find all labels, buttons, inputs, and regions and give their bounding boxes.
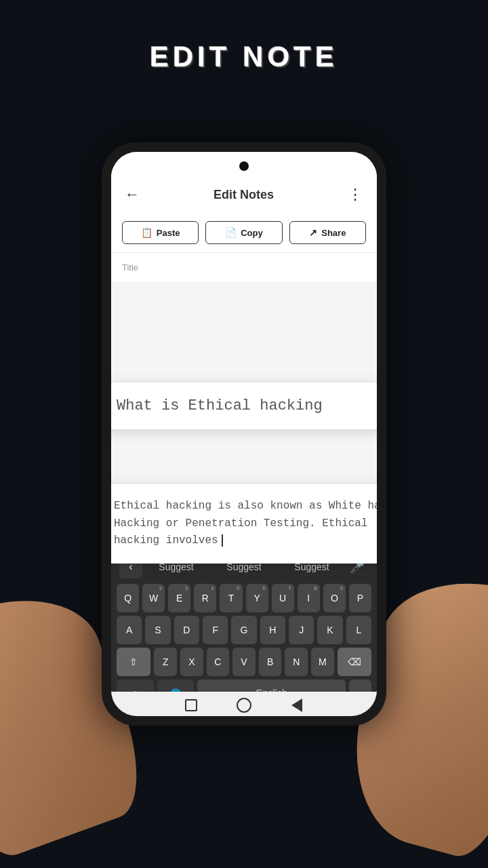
key-B[interactable]: B (259, 648, 282, 676)
back-nav-icon (291, 698, 302, 712)
key-Z[interactable]: Z (154, 648, 177, 676)
key-R[interactable]: R4 (194, 584, 216, 612)
phone-screen: ← Edit Notes ⋮ 📋 Paste 📄 Copy ↗ Share Ti… (111, 152, 377, 716)
key-A[interactable]: A (117, 616, 142, 644)
key-X[interactable]: X (180, 648, 203, 676)
copy-label: Copy (241, 228, 263, 238)
text-cursor (222, 534, 223, 547)
key-E[interactable]: E3 (168, 584, 190, 612)
key-Q[interactable]: Q (117, 584, 139, 612)
back-button[interactable]: ← (125, 186, 140, 203)
title-value: What is Ethical hacking (117, 397, 323, 414)
key-C[interactable]: C (207, 648, 230, 676)
keyboard-row-3: ⇧ Z X C V B N M ⌫ (117, 648, 371, 676)
home-icon (237, 698, 251, 713)
key-L[interactable]: L (346, 616, 371, 644)
paste-icon: 📋 (141, 227, 152, 238)
key-P[interactable]: P (349, 584, 371, 612)
note-input-bubble[interactable]: Ethical hacking is also known as White h… (111, 484, 377, 564)
stop-button[interactable] (182, 696, 201, 715)
share-label: Share (321, 228, 346, 238)
key-backspace[interactable]: ⌫ (338, 648, 371, 676)
copy-icon: 📄 (225, 227, 237, 238)
key-Y[interactable]: Y6 (246, 584, 268, 612)
key-H[interactable]: H (260, 616, 285, 644)
key-S[interactable]: S (145, 616, 170, 644)
key-K[interactable]: K (317, 616, 342, 644)
key-M[interactable]: M (311, 648, 334, 676)
copy-button[interactable]: 📄 Copy (205, 221, 282, 244)
note-value: Ethical hacking is also known as White h… (114, 500, 377, 547)
key-O[interactable]: O9 (323, 584, 346, 612)
paste-label: Paste (157, 228, 180, 238)
page-title: EDIT NOTE (0, 0, 488, 73)
key-U[interactable]: U7 (272, 584, 294, 612)
key-F[interactable]: F (203, 616, 228, 644)
system-nav-bar (111, 692, 377, 716)
action-buttons-bar: 📋 Paste 📄 Copy ↗ Share (111, 213, 377, 253)
home-button[interactable] (235, 696, 253, 715)
title-input-bubble[interactable]: What is Ethical hacking (111, 382, 377, 429)
key-W[interactable]: W2 (142, 584, 165, 612)
key-I[interactable]: I8 (298, 584, 320, 612)
title-label: Title (122, 262, 366, 273)
more-button[interactable]: ⋮ (348, 186, 363, 203)
key-G[interactable]: G (231, 616, 256, 644)
key-V[interactable]: V (232, 648, 256, 676)
key-T[interactable]: T5 (220, 584, 242, 612)
key-shift[interactable]: ⇧ (117, 648, 150, 676)
key-J[interactable]: J (289, 616, 314, 644)
phone-mockup: ← Edit Notes ⋮ 📋 Paste 📄 Copy ↗ Share Ti… (102, 142, 386, 726)
keyboard-row-1: Q W2 E3 R4 T5 Y6 U7 I8 O9 P (117, 584, 371, 612)
phone-camera (239, 161, 249, 171)
key-D[interactable]: D (174, 616, 199, 644)
share-button[interactable]: ↗ Share (289, 221, 366, 244)
keyboard: ‹ Suggest Suggest Suggest 🎤 Q W2 E3 R4 T… (111, 549, 377, 716)
title-field-area: Title (111, 253, 377, 283)
stop-icon (185, 699, 197, 711)
share-icon: ↗ (309, 227, 317, 238)
key-N[interactable]: N (285, 648, 308, 676)
screen-title: Edit Notes (214, 188, 274, 202)
paste-button[interactable]: 📋 Paste (122, 221, 199, 244)
back-nav-button[interactable] (287, 696, 306, 715)
keyboard-row-2: A S D F G H J K L (117, 616, 371, 644)
